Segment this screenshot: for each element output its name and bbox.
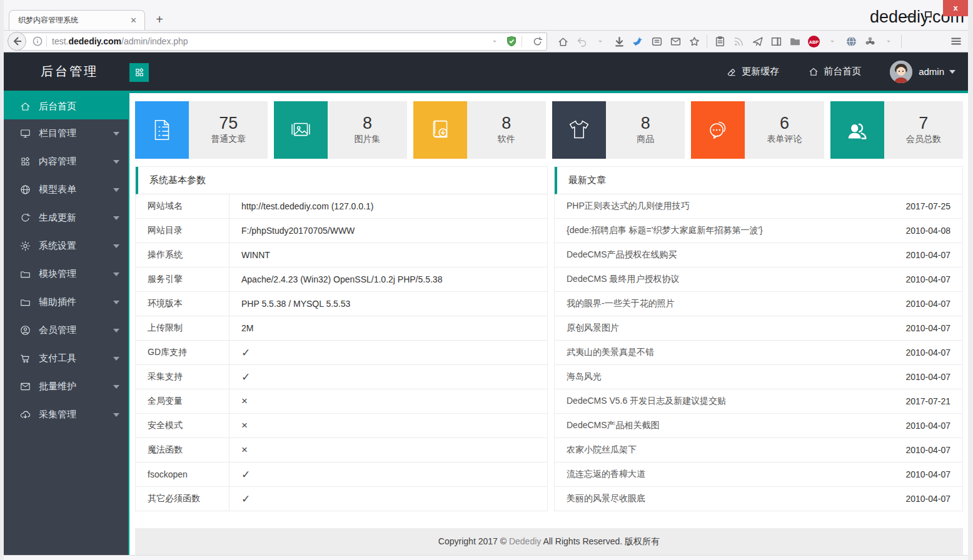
username[interactable]: admin [919, 66, 944, 77]
system-param-row: 上传限制2M [136, 316, 547, 341]
bird-icon[interactable] [630, 33, 646, 49]
sidebar-item-cloud-11[interactable]: 采集管理 [4, 401, 128, 429]
article-row: 农家小院丝瓜架下2010-04-07 [555, 438, 962, 462]
sidebar-item-user-8[interactable]: 会员管理 [4, 316, 128, 344]
new-tab-button[interactable]: + [151, 12, 168, 27]
small-caret-icon[interactable] [880, 33, 897, 49]
system-param-row: GD库支持✓ [136, 341, 547, 365]
small-caret-icon[interactable] [824, 33, 840, 49]
system-param-label: 魔法函数 [136, 438, 229, 462]
expand-caret-icon [113, 188, 119, 192]
home-icon [808, 66, 819, 78]
system-param-row: fsockopen✓ [136, 462, 547, 487]
rss-icon[interactable] [730, 33, 747, 49]
article-title-link[interactable]: 我的眼界-一些关于花的照片 [567, 298, 894, 309]
stat-card-doc[interactable]: 75普通文章 [135, 101, 268, 159]
stat-label: 会员总数 [906, 134, 941, 145]
article-title-link[interactable]: PHP正则表达式的几则使用技巧 [567, 201, 894, 212]
menu-icon[interactable] [948, 33, 964, 49]
eraser-icon [726, 66, 737, 78]
maximize-button[interactable] [925, 11, 932, 18]
sidebar-item-folder-6[interactable]: 模块管理 [4, 260, 128, 288]
dropdown-caret-icon[interactable] [488, 33, 502, 49]
article-date: 2010-04-07 [905, 274, 950, 284]
sidebar-item-refresh-4[interactable]: 生成更新 [4, 204, 128, 232]
footer-brand-link[interactable]: Dedediy [509, 536, 541, 546]
mail-icon[interactable] [667, 33, 683, 49]
site-info-icon[interactable] [33, 36, 43, 46]
sidebar-item-home-0[interactable]: 后台首页 [4, 93, 128, 119]
article-row: DedeCMS 最终用户授权协议2010-04-07 [555, 268, 962, 292]
user-menu-caret-icon[interactable] [949, 70, 955, 74]
sidebar-item-globe-3[interactable]: 模型表单 [4, 176, 128, 204]
admin-header: 后台管理 更新缓存 前台首页 admin [4, 52, 968, 93]
article-title-link[interactable]: DedeCMS 最终用户授权协议 [567, 274, 894, 285]
front-home-button[interactable]: 前台首页 [808, 66, 861, 78]
article-title-link[interactable]: 流连忘返的香樟大道 [567, 469, 894, 480]
sidebar-item-mail-10[interactable]: 批量维护 [4, 372, 128, 401]
reader-icon[interactable] [648, 33, 665, 49]
tab-close-icon[interactable]: ✕ [128, 16, 139, 25]
article-date: 2017-07-21 [905, 396, 950, 406]
article-date: 2010-04-07 [905, 348, 950, 358]
browser-tab[interactable]: 织梦内容管理系统 ✕ [9, 10, 145, 30]
home-icon[interactable] [555, 33, 571, 49]
url-bar[interactable]: test.dedediy.com/admin/index.php [17, 32, 547, 51]
system-param-row: 操作系统WINNT [136, 243, 547, 268]
folder-icon [19, 268, 31, 281]
article-title-link[interactable]: DedeCMS产品授权在线购买 [567, 249, 894, 261]
admin-title: 后台管理 [41, 63, 98, 80]
sidebar-item-dgrid-2[interactable]: 内容管理 [4, 148, 128, 176]
stat-card-users[interactable]: 7会员总数 [830, 101, 963, 159]
stat-card-photo[interactable]: 8图片集 [274, 101, 406, 159]
system-param-row: 网站域名http://test.dedediy.com (127.0.0.1) [136, 194, 547, 219]
book-icon [413, 101, 467, 159]
folder-icon[interactable] [787, 33, 803, 49]
article-title-link[interactable]: DedeCMS V5.6 开发日志及新建议提交贴 [567, 396, 894, 407]
system-param-label: 全局变量 [136, 389, 229, 413]
sidebar-item-folder-7[interactable]: 辅助插件 [4, 288, 128, 316]
expand-caret-icon [113, 385, 119, 389]
sidebar-item-gear-5[interactable]: 系统设置 [4, 232, 128, 260]
article-title-link[interactable]: 海岛风光 [567, 371, 894, 382]
abp-icon[interactable]: ABP [805, 33, 822, 49]
stat-card-book[interactable]: 8软件 [413, 101, 546, 159]
reload-icon[interactable] [530, 33, 544, 49]
update-cache-button[interactable]: 更新缓存 [726, 66, 779, 78]
dgrid-icon [19, 156, 31, 168]
article-title-link[interactable]: 原创风景图片 [567, 322, 894, 334]
stat-card-chat[interactable]: 6表单评论 [691, 101, 824, 159]
sidebar-item-label: 采集管理 [39, 409, 76, 421]
system-param-row: 服务引擎Apache/2.4.23 (Win32) OpenSSL/1.0.2j… [136, 268, 547, 292]
monitor-icon [19, 128, 31, 140]
small-caret-icon[interactable] [592, 33, 608, 49]
undo-icon[interactable] [573, 33, 590, 49]
plugin-icon[interactable] [862, 33, 878, 49]
article-title-link[interactable]: {dede:招聘启事 标题='织梦大家庭新年招募第一波'} [567, 225, 894, 236]
globe-icon[interactable] [843, 33, 859, 49]
sidebar-item-cart-9[interactable]: 支付工具 [4, 344, 128, 372]
window-icon[interactable] [768, 33, 784, 49]
sidebar-item-monitor-1[interactable]: 栏目管理 [4, 119, 128, 148]
system-param-value: 2M [229, 323, 253, 333]
send-icon[interactable] [749, 33, 765, 49]
download-icon[interactable] [611, 33, 627, 49]
back-button[interactable] [8, 32, 26, 51]
article-row: DedeCMS产品相关截图2010-04-07 [555, 414, 962, 438]
article-title-link[interactable]: 农家小院丝瓜架下 [567, 444, 894, 456]
stat-label: 图片集 [354, 134, 380, 145]
system-param-row: 安全模式× [136, 414, 547, 438]
minimize-button[interactable] [907, 16, 914, 18]
article-date: 2010-04-07 [905, 421, 950, 431]
article-title-link[interactable]: 美丽的风景尽收眼底 [567, 493, 894, 504]
clipboard-icon[interactable] [712, 33, 728, 49]
close-button[interactable]: x [943, 0, 968, 16]
article-title-link[interactable]: 武夷山的美景真是不错 [567, 347, 894, 358]
shield-check-icon[interactable] [505, 33, 518, 49]
stat-cards: 75普通文章8图片集8软件8商品6表单评论7会员总数 [135, 101, 963, 159]
user-avatar[interactable] [890, 61, 912, 83]
star-icon[interactable] [686, 33, 702, 49]
stat-card-tshirt[interactable]: 8商品 [552, 101, 685, 159]
menu-toggle-button[interactable] [129, 63, 149, 82]
article-title-link[interactable]: DedeCMS产品相关截图 [567, 420, 894, 431]
